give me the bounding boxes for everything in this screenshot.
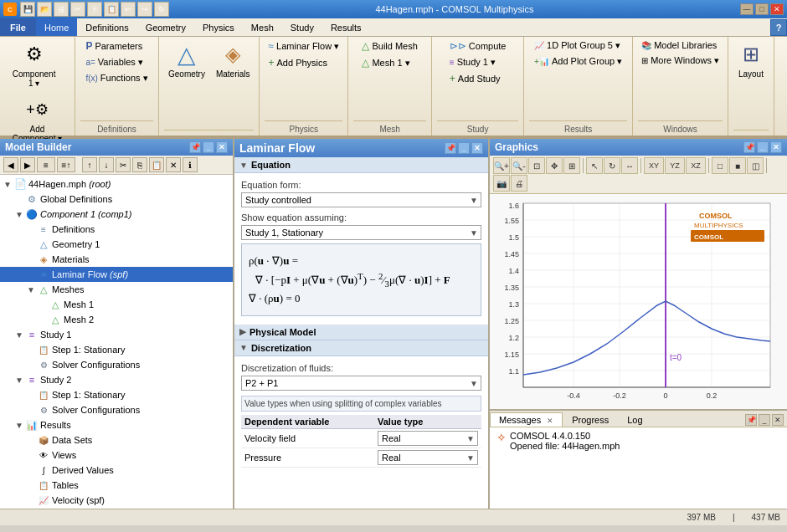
tb-open[interactable]: 📂 [37, 2, 52, 17]
menu-file[interactable]: File [0, 18, 36, 36]
tree-item-step1-2[interactable]: 📋 Step 1: Stationary [0, 387, 233, 402]
tab-progress[interactable]: Progress [563, 412, 618, 427]
expand-step1-2[interactable] [25, 389, 37, 401]
ribbon-1d-plot[interactable]: 📈 1D Plot Group 5 ▾ [531, 38, 624, 53]
menu-definitions[interactable]: Definitions [77, 18, 136, 36]
expand-vel-spf[interactable] [25, 494, 37, 506]
tree-item-mesh1[interactable]: △ Mesh 1 [0, 297, 233, 312]
msg-collapse[interactable]: _ [759, 414, 770, 426]
g-view-xz[interactable]: XZ [686, 157, 706, 174]
tab-messages[interactable]: Messages ✕ [490, 412, 563, 427]
tree-item-mesh2[interactable]: △ Mesh 2 [0, 312, 233, 327]
expand-step1-1[interactable] [25, 344, 37, 356]
tb-save[interactable]: 💾 [20, 2, 35, 17]
menu-geometry[interactable]: Geometry [137, 18, 194, 36]
expand-study1[interactable]: ▼ [13, 329, 25, 340]
ribbon-materials[interactable]: ◈ Materials [212, 38, 255, 81]
tree-item-step1-1[interactable]: 📋 Step 1: Stationary [0, 342, 233, 357]
close-btn[interactable]: ✕ [770, 3, 784, 15]
tree-item-materials[interactable]: ◈ Materials [0, 252, 233, 267]
help-button[interactable]: ? [770, 19, 787, 36]
mb-collapse-btn[interactable]: _ [203, 141, 214, 153]
g-zoom-in[interactable]: 🔍+ [493, 157, 510, 174]
disc-row1-select[interactable]: Real [378, 431, 478, 446]
tree-item-study2[interactable]: ▼ ≡ Study 2 [0, 372, 233, 387]
expand-comp1[interactable]: ▼ [13, 208, 25, 220]
expand-results[interactable]: ▼ [13, 419, 25, 431]
tb-paste[interactable]: 📋 [104, 2, 119, 17]
physical-section-header[interactable]: ▶ Physical Model [234, 325, 488, 340]
tb-print[interactable]: 🖨 [54, 2, 69, 17]
tree-forward-btn[interactable]: ▶ [20, 157, 35, 172]
ribbon-add-physics[interactable]: + Add Physics [265, 55, 331, 70]
ribbon-more-windows[interactable]: ⊞ More Windows ▾ [638, 54, 723, 68]
g-print-graph[interactable]: 🖨 [511, 175, 527, 192]
ribbon-compute[interactable]: ⊳⊳ Compute [446, 38, 510, 54]
maximize-btn[interactable]: □ [755, 3, 769, 15]
ribbon-add-plot[interactable]: +📊 Add Plot Group ▾ [531, 54, 625, 69]
g-rotate[interactable]: ↻ [604, 157, 620, 174]
tree-move-down[interactable]: ↓ [99, 157, 114, 172]
menu-study[interactable]: Study [282, 18, 322, 36]
minimize-btn[interactable]: — [740, 3, 754, 15]
expand-solver2[interactable] [25, 404, 37, 416]
msg-pin[interactable]: 📌 [745, 414, 757, 426]
tab-log[interactable]: Log [618, 412, 651, 427]
graphics-close[interactable]: ✕ [770, 141, 782, 153]
mb-pin-btn[interactable]: 📌 [189, 141, 201, 153]
expand-mesh1[interactable] [37, 299, 49, 310]
messages-tab-close[interactable]: ✕ [547, 417, 553, 425]
fluids-select[interactable]: P2 + P1 [241, 376, 481, 391]
tree-item-velocity-spf[interactable]: 📈 Velocity (spf) [0, 493, 233, 508]
g-reset-view[interactable]: ⊞ [563, 157, 580, 174]
ribbon-model-libraries[interactable]: 📚 Model Libraries [638, 38, 720, 52]
tree-move-up[interactable]: ↑ [82, 157, 97, 172]
tree-item-views[interactable]: 👁 Views [0, 448, 233, 463]
mb-close-btn[interactable]: ✕ [216, 141, 228, 153]
tb-copy[interactable]: ⎘ [87, 2, 102, 17]
tree-info-item[interactable]: ℹ [183, 157, 198, 172]
expand-datasets[interactable] [25, 434, 37, 446]
tree-item-pressure-spf[interactable]: 📈 Pressure (spf) [0, 508, 233, 509]
tb-update[interactable]: ↻ [154, 2, 169, 17]
expand-geom1[interactable] [25, 238, 37, 250]
ribbon-parameters[interactable]: P Parameters [82, 38, 146, 54]
lf-close[interactable]: ✕ [471, 142, 483, 154]
tb-undo[interactable]: ↩ [121, 2, 136, 17]
g-zoom-box[interactable]: ⊡ [528, 157, 545, 174]
tree-back-btn[interactable]: ◀ [3, 157, 18, 172]
equation-section-header[interactable]: ▼ Equation [234, 157, 488, 173]
ribbon-geometry[interactable]: △ Geometry [164, 38, 209, 81]
tree-item-laminar-flow[interactable]: ≈ Laminar Flow (spf) [0, 267, 233, 282]
tb-redo[interactable]: ↪ [137, 2, 152, 17]
msg-close[interactable]: ✕ [772, 414, 784, 426]
expand-solver1[interactable] [25, 359, 37, 371]
graphics-collapse[interactable]: _ [757, 141, 769, 153]
g-zoom-out[interactable]: 🔍- [511, 157, 527, 174]
tree-collapse-all[interactable]: ≡↑ [57, 157, 75, 172]
expand-defs[interactable] [25, 223, 37, 235]
show-equation-select[interactable]: Study 1, Stationary [241, 225, 481, 240]
tree-item-results[interactable]: ▼ 📊 Results [0, 417, 233, 432]
g-view-xy[interactable]: XY [644, 157, 664, 174]
tree-item-global-defs[interactable]: ⚙ Global Definitions [0, 192, 233, 207]
menu-home[interactable]: Home [36, 18, 77, 36]
tb-cut[interactable]: ✂ [70, 2, 85, 17]
g-screenshot[interactable]: 📷 [493, 175, 510, 192]
disc-row2-select[interactable]: Real [378, 450, 478, 465]
tree-item-geom1[interactable]: △ Geometry 1 [0, 237, 233, 252]
tree-item-comp1[interactable]: ▼ 🔵 Component 1 (comp1) [0, 207, 233, 222]
ribbon-add-component[interactable]: +⚙ AddComponent ▾ [8, 94, 66, 146]
graphics-pin[interactable]: 📌 [743, 141, 755, 153]
tree-cut-item[interactable]: ✂ [116, 157, 131, 172]
expand-global-defs[interactable] [13, 193, 25, 205]
lf-collapse[interactable]: _ [458, 142, 470, 154]
tree-item-definitions[interactable]: ≡ Definitions [0, 222, 233, 237]
tree-delete-item[interactable]: ✕ [166, 157, 181, 172]
tree-copy-item[interactable]: ⎘ [132, 157, 147, 172]
ribbon-study1[interactable]: ≡ Study 1 ▾ [446, 55, 499, 69]
tree-item-tables[interactable]: 📋 Tables [0, 478, 233, 493]
equation-form-select[interactable]: Study controlled [241, 192, 481, 207]
g-select[interactable]: ↖ [586, 157, 603, 174]
expand-meshes[interactable]: ▼ [25, 284, 37, 295]
